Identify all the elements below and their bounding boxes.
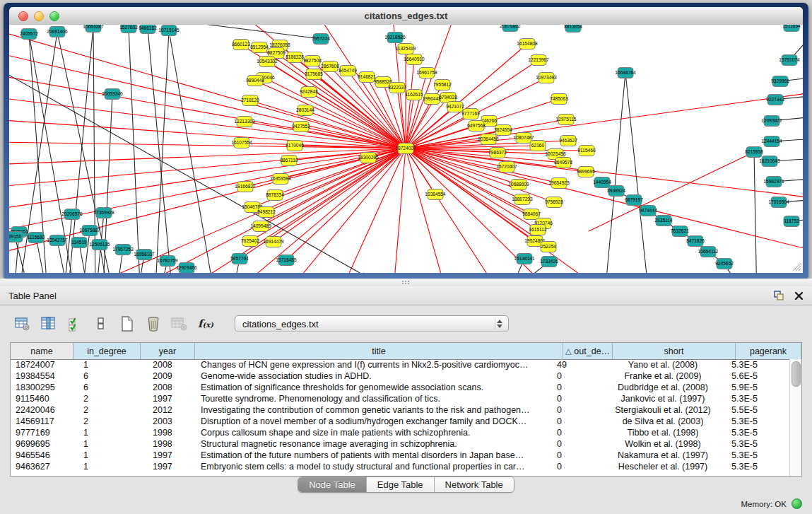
graph-node[interactable]: 12444154: [761, 136, 782, 147]
graph-node[interactable]: 10653287: [83, 25, 104, 33]
graph-node[interactable]: 1162615: [405, 90, 423, 100]
graph-node[interactable]: 19166827: [235, 182, 256, 192]
graph-node[interactable]: 10688609: [508, 180, 529, 190]
graph-node[interactable]: 9756928: [545, 197, 563, 208]
graph-node[interactable]: 10543302: [257, 57, 278, 67]
graph-node[interactable]: 13942757: [47, 235, 68, 246]
graph-node[interactable]: 9463627: [559, 136, 577, 146]
graph-node[interactable]: 1115680: [28, 233, 45, 243]
graph-node[interactable]: 8938924: [607, 186, 625, 197]
graph-node[interactable]: 10973493: [536, 73, 557, 83]
graph-node[interactable]: 9115460: [577, 146, 596, 156]
graph-node[interactable]: 16353594: [270, 174, 291, 185]
graph-node[interactable]: 12213303: [234, 117, 255, 127]
graph-node[interactable]: 1733426: [540, 257, 558, 267]
graph-node[interactable]: 16914479: [263, 237, 284, 247]
graph-node[interactable]: 9498212: [257, 207, 276, 218]
graph-node[interactable]: 62160: [530, 141, 546, 151]
graph-node[interactable]: 7632621: [671, 226, 689, 237]
graph-node[interactable]: 7625402: [241, 236, 259, 247]
column-header-out_de[interactable]: △out_de…: [563, 343, 613, 359]
graph-node[interactable]: 20206576: [61, 209, 83, 220]
graph-node[interactable]: 20053346: [102, 89, 123, 100]
graph-node[interactable]: 10719145: [158, 25, 180, 36]
scrollbar-thumb[interactable]: [792, 361, 801, 387]
graph-node[interactable]: 9227343: [766, 95, 784, 105]
graph-node[interactable]: 8322037: [388, 83, 406, 93]
table-row[interactable]: 1456911722003Disruption of a novel membe…: [11, 416, 790, 427]
select-all-rows-icon[interactable]: [66, 315, 83, 332]
graph-node[interactable]: 8660123: [232, 40, 250, 50]
show-columns-icon[interactable]: [40, 315, 57, 332]
graph-node[interactable]: 9457791: [230, 254, 249, 264]
graph-node[interactable]: 7986372: [488, 148, 507, 158]
graph-node[interactable]: 17359928: [93, 208, 114, 218]
graph-node[interactable]: 15720407: [496, 162, 517, 173]
graph-node[interactable]: 8867110: [280, 156, 298, 166]
table-select[interactable]: citations_edges.txt: [235, 315, 509, 332]
tab-network-table[interactable]: Network Table: [435, 477, 514, 492]
function-builder-icon[interactable]: f(x): [197, 315, 214, 332]
column-header-year[interactable]: year: [141, 343, 195, 359]
graph-node[interactable]: 16782759: [157, 256, 178, 267]
graph-node[interactable]: 2803144: [296, 105, 314, 116]
graph-node[interactable]: 19384554: [425, 189, 446, 200]
graph-node[interactable]: 16640910: [404, 54, 425, 65]
graph-node[interactable]: 1440954: [593, 177, 611, 188]
panel-splitter[interactable]: [0, 279, 812, 286]
graph-node[interactable]: 12505135: [89, 240, 110, 250]
graph-node[interactable]: 7485063: [550, 94, 568, 105]
graph-node[interactable]: 15716485: [276, 255, 297, 266]
column-header-name[interactable]: name: [11, 343, 73, 359]
table-row[interactable]: 911546021997Tourette syndrome. Phenomeno…: [11, 393, 790, 404]
graph-node[interactable]: 8186328: [286, 52, 304, 63]
graph-node[interactable]: 118753: [784, 216, 799, 227]
column-header-in_degree[interactable]: in_degree: [73, 343, 141, 359]
graph-node[interactable]: 7957224: [312, 34, 330, 45]
graph-node[interactable]: 2935114: [654, 216, 673, 226]
graph-node[interactable]: 10654112: [698, 247, 719, 257]
table-settings-icon[interactable]: [14, 315, 31, 332]
close-window-button[interactable]: [18, 11, 28, 21]
graph-node[interactable]: 12975115: [556, 115, 577, 125]
graph-node[interactable]: 6466162: [139, 25, 157, 34]
graph-node[interactable]: 2718120: [241, 95, 259, 106]
graph-node[interactable]: 17957253: [112, 245, 134, 255]
zoom-window-button[interactable]: [49, 11, 59, 21]
graph-node[interactable]: 9827508: [303, 56, 322, 66]
graph-node[interactable]: 9245652: [715, 259, 734, 269]
graph-node[interactable]: 19218586: [384, 33, 406, 43]
graph-node[interactable]: 16210643: [759, 156, 780, 167]
graph-node[interactable]: 15992971: [763, 177, 784, 187]
network-canvas[interactable]: 1872400786601238912954182260589827509105…: [9, 25, 803, 273]
table-row[interactable]: 969969511998Structural magnetic resonanc…: [11, 438, 790, 450]
graph-node[interactable]: 3624554: [494, 125, 512, 136]
graph-node[interactable]: 9899695: [577, 167, 595, 177]
graph-node[interactable]: 3175685: [305, 69, 323, 80]
graph-node[interactable]: 8912954: [250, 42, 269, 53]
graph-node[interactable]: 6879197: [625, 195, 643, 206]
float-panel-icon[interactable]: [774, 291, 784, 300]
graph-node[interactable]: 8215958: [745, 147, 763, 158]
delete-table-icon[interactable]: [145, 315, 162, 332]
graph-node[interactable]: 8878334: [266, 190, 284, 201]
table-row[interactable]: 2242004622012Investigating the contribut…: [11, 404, 790, 416]
table-row[interactable]: 977716911998Corpus callosum shape and si…: [11, 427, 790, 438]
graph-node[interactable]: 6497568: [467, 121, 486, 132]
minimize-window-button[interactable]: [34, 11, 44, 21]
column-header-pagerank[interactable]: pagerank: [736, 343, 801, 359]
graph-node[interactable]: 15751074: [779, 55, 800, 66]
graph-node[interactable]: 1615112: [529, 225, 547, 235]
graph-node[interactable]: 18300295: [358, 153, 379, 163]
graph-node[interactable]: 9777169: [461, 109, 480, 119]
table-row[interactable]: 1872400712008Changes of HCN gene express…: [11, 359, 790, 370]
graph-node[interactable]: 10975887: [79, 226, 100, 236]
graph-node[interactable]: 39150: [9, 232, 23, 243]
graph-node[interactable]: 9329966: [771, 76, 789, 87]
graph-node[interactable]: 114519: [71, 238, 87, 248]
column-header-short[interactable]: short: [613, 343, 736, 359]
graph-node[interactable]: 12093822: [761, 116, 782, 127]
graph-node[interactable]: 20364456: [478, 134, 499, 145]
splitter-handle[interactable]: [402, 281, 409, 284]
graph-node[interactable]: 12923466: [176, 263, 197, 274]
